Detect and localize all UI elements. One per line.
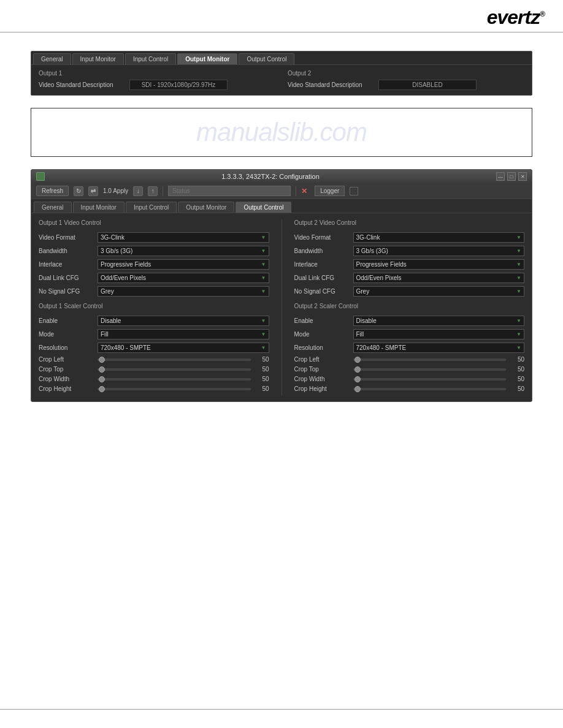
tab-output-monitor[interactable]: Output Monitor (177, 53, 237, 64)
out1-slider-2-track[interactable] (98, 378, 251, 381)
config-tab-output-control[interactable]: Output Control (236, 202, 291, 213)
out2-video-1-select[interactable]: 3 Gb/s (3G)▼ (353, 246, 525, 256)
out1-slider-3-thumb[interactable] (99, 386, 105, 392)
out1-video-1-select[interactable]: 3 Gb/s (3G)▼ (98, 246, 269, 256)
out2-slider-1-track[interactable] (353, 368, 507, 371)
out2-video-0-select[interactable]: 3G-Clink▼ (353, 232, 525, 243)
out2-slider-0-label: Crop Left (294, 356, 350, 363)
out2-scaler-2-label: Resolution (294, 344, 350, 351)
out1-slider-0-row: Crop Left50 (39, 356, 269, 363)
output2-row: Video Standard Description DISABLED (288, 80, 524, 90)
out1-scaler-0-label: Enable (39, 317, 94, 324)
out1-scaler-0-select[interactable]: Disable▼ (98, 316, 269, 326)
out1-video-3-row: Dual Link CFGOdd/Even Pixels▼ (39, 273, 269, 283)
output1-title: Output 1 (39, 70, 275, 77)
out2-slider-1-row: Crop Top50 (294, 366, 525, 373)
out2-slider-3-thumb[interactable] (354, 386, 361, 392)
refresh-button[interactable]: Refresh (36, 186, 69, 196)
out1-video-0-row: Video Format3G-Clink▼ (39, 232, 269, 243)
watermark-text: manualslib.com (196, 118, 367, 147)
tab-output-control[interactable]: Output Control (239, 53, 294, 64)
tab-input-monitor[interactable]: Input Monitor (72, 53, 124, 64)
output1-value: SDI - 1920x1080p/29.97Hz (129, 80, 228, 90)
config-tab-general[interactable]: General (34, 202, 72, 213)
tab-input-control[interactable]: Input Control (125, 53, 176, 64)
output2-video-fields: Video Format3G-Clink▼Bandwidth3 Gb/s (3G… (294, 232, 525, 297)
out1-video-4-select[interactable]: Grey▼ (98, 286, 269, 297)
out1-video-2-label: Interlace (39, 261, 94, 268)
logo: evertz® (487, 6, 545, 29)
out1-slider-2-label: Crop Width (39, 376, 94, 382)
out2-scaler-0-select[interactable]: Disable▼ (353, 316, 525, 326)
download-icon[interactable]: ↓ (133, 186, 143, 196)
tab-general[interactable]: General (33, 53, 71, 64)
restore-button[interactable]: □ (507, 172, 516, 181)
out1-slider-0-track[interactable] (98, 358, 251, 361)
out2-slider-3-track[interactable] (353, 388, 507, 390)
output1-row: Video Standard Description SDI - 1920x10… (39, 80, 275, 90)
out2-slider-1-thumb[interactable] (354, 366, 361, 373)
out2-video-4-label: No Signal CFG (294, 288, 350, 295)
out2-video-2-select[interactable]: Progressive Fields▼ (353, 259, 525, 270)
x-button[interactable]: ✕ (301, 187, 307, 195)
out1-slider-2-thumb[interactable] (99, 376, 105, 382)
monitor-content: Output 1 Video Standard Description SDI … (31, 65, 532, 95)
top-tabs-row: General Input Monitor Input Control Outp… (31, 51, 532, 65)
out1-video-3-select[interactable]: Odd/Even Pixels▼ (98, 273, 269, 283)
col-divider (282, 219, 282, 395)
refresh-icon[interactable]: ↻ (74, 186, 83, 196)
out1-slider-3-track[interactable] (98, 388, 251, 390)
out1-scaler-1-label: Mode (39, 331, 94, 338)
out2-slider-0-thumb[interactable] (354, 357, 361, 363)
out2-scaler-2-select[interactable]: 720x480 - SMPTE▼ (353, 343, 525, 353)
output2-title: Output 2 (288, 70, 524, 77)
out2-slider-0-track[interactable] (353, 358, 507, 361)
out2-video-3-label: Dual Link CFG (294, 275, 350, 281)
out1-slider-3-value: 50 (255, 385, 269, 392)
output2-scaler-fields: EnableDisable▼ModeFill▼Resolution720x480… (294, 316, 525, 353)
output1-scaler-title: Output 1 Scaler Control (39, 303, 269, 311)
config-tab-input-control[interactable]: Input Control (126, 202, 177, 213)
out2-scaler-1-select[interactable]: Fill▼ (353, 329, 525, 339)
out1-slider-0-label: Crop Left (39, 356, 94, 363)
out1-video-2-select[interactable]: Progressive Fields▼ (98, 259, 269, 270)
out1-scaler-1-select[interactable]: Fill▼ (98, 329, 269, 339)
out2-slider-2-thumb[interactable] (354, 376, 361, 382)
upload-icon[interactable]: ↑ (148, 186, 158, 196)
logger-square-icon (350, 187, 358, 195)
out1-video-3-label: Dual Link CFG (39, 275, 94, 281)
out2-video-4-select[interactable]: Grey▼ (353, 286, 525, 297)
toolbar: Refresh ↻ ⇄ 1.0 Apply ↓ ↑ ✕ Logger (31, 183, 532, 199)
out2-slider-1-label: Crop Top (294, 366, 350, 373)
output2-section: Output 2 Video Standard Description DISA… (288, 70, 524, 90)
close-button[interactable]: ✕ (518, 172, 527, 181)
output2-label: Video Standard Description (288, 82, 373, 88)
out1-scaler-2-select[interactable]: 720x480 - SMPTE▼ (98, 343, 269, 353)
out1-slider-1-thumb[interactable] (99, 366, 105, 373)
out2-scaler-2-row: Resolution720x480 - SMPTE▼ (294, 343, 525, 353)
out2-slider-3-value: 50 (510, 385, 524, 392)
out2-video-2-row: InterlaceProgressive Fields▼ (294, 259, 525, 270)
out1-slider-0-value: 50 (255, 356, 269, 363)
config-body: Output 1 Video Control Video Format3G-Cl… (31, 213, 532, 401)
out1-slider-1-value: 50 (255, 366, 269, 373)
config-tab-output-monitor[interactable]: Output Monitor (178, 202, 234, 213)
out1-video-4-label: No Signal CFG (39, 288, 94, 295)
apply-label: 1.0 Apply (103, 188, 128, 194)
logger-button[interactable]: Logger (315, 186, 345, 196)
out2-video-3-select[interactable]: Odd/Even Pixels▼ (353, 273, 525, 283)
out1-scaler-0-row: EnableDisable▼ (39, 316, 269, 326)
out1-slider-1-track[interactable] (98, 368, 251, 371)
output1-col: Output 1 Video Control Video Format3G-Cl… (39, 219, 269, 395)
minimize-button[interactable]: — (496, 172, 505, 181)
sync-icon[interactable]: ⇄ (88, 186, 98, 196)
out2-slider-3-row: Crop Height50 (294, 385, 525, 392)
out1-video-0-select[interactable]: 3G-Clink▼ (98, 232, 269, 243)
out2-slider-2-label: Crop Width (294, 376, 350, 382)
status-input[interactable] (168, 186, 291, 196)
config-tab-input-monitor[interactable]: Input Monitor (73, 202, 124, 213)
out1-slider-0-thumb[interactable] (99, 357, 105, 363)
config-tabs-row: General Input Monitor Input Control Outp… (31, 199, 532, 213)
window-controls: — □ ✕ (496, 172, 527, 181)
out2-slider-2-track[interactable] (353, 378, 507, 381)
